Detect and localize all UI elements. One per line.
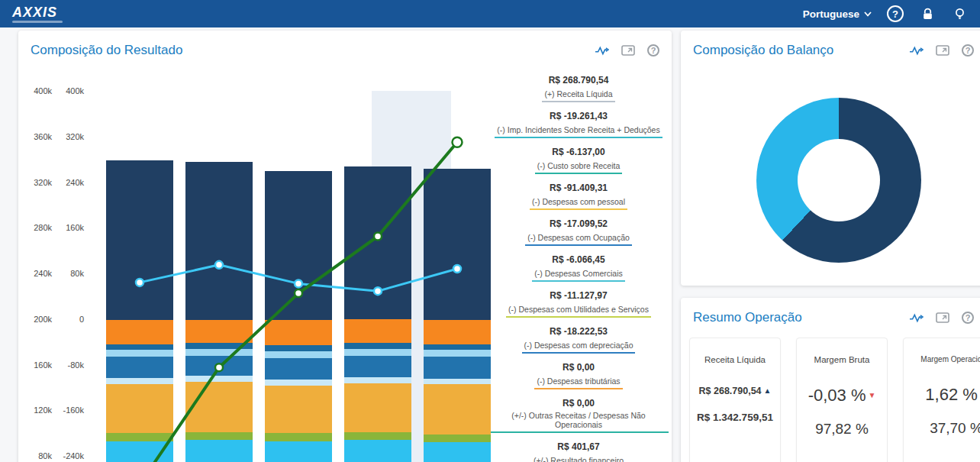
line-green-marker[interactable] [453, 137, 463, 147]
stacked-bar[interactable] [265, 171, 332, 462]
segment-navy[interactable] [424, 169, 491, 321]
segment-blue-dark[interactable] [265, 345, 332, 351]
segment-pale-blue[interactable] [265, 380, 332, 386]
segment-cyan-tail[interactable] [265, 451, 332, 462]
breakdown-item[interactable]: R$ 401,67(+/-) Resultado financeiro [488, 441, 669, 462]
segment-pale-blue[interactable] [344, 377, 411, 383]
breakdown-label: (-) Despesas com Ocupação [525, 231, 632, 246]
breakdown-item[interactable]: R$ -17.099,52(-) Despesas com Ocupação [488, 218, 669, 246]
segment-yellow[interactable] [106, 384, 173, 433]
breakdown-item[interactable]: R$ 0,00(-) Despesas tributárias [488, 362, 669, 389]
segment-cyan-tail[interactable] [185, 451, 253, 462]
segment-orange[interactable] [344, 319, 411, 343]
breakdown-item[interactable]: R$ -6.137,00(-) Custo sobre Receita [488, 147, 669, 174]
axxis-logo[interactable]: AXXIS [12, 5, 63, 23]
segment-blue-dark[interactable] [424, 344, 491, 351]
trend-analysis-icon[interactable] [595, 44, 609, 57]
segment-blue-light[interactable] [185, 349, 253, 356]
segment-pale-blue[interactable] [185, 376, 253, 382]
stacked-bar[interactable] [106, 160, 173, 462]
segment-green[interactable] [265, 433, 332, 441]
axis-left-tick: 360k [34, 132, 52, 141]
donut-chart[interactable] [756, 98, 921, 263]
language-selector[interactable]: Portuguese [803, 8, 872, 20]
segment-navy[interactable] [344, 166, 411, 319]
trend-analysis-icon[interactable] [910, 311, 924, 325]
stat-card: Margem Bruta-0,03 %▼97,82 % [796, 338, 888, 462]
breakdown-item[interactable]: R$ -6.066,45(-) Despesas Comerciais [488, 254, 669, 282]
segment-orange[interactable] [185, 320, 253, 343]
segment-blue-light[interactable] [265, 351, 332, 358]
segment-blue-dark[interactable] [106, 344, 173, 351]
breakdown-label: (+/-) Resultado financeiro [531, 454, 626, 462]
segment-blue[interactable] [185, 356, 253, 376]
breakdown-label: (-) Despesas com depreciação [522, 339, 636, 354]
segment-orange[interactable] [265, 320, 332, 345]
segment-yellow[interactable] [265, 386, 332, 434]
axis-left-tick: 320k [34, 178, 52, 187]
breakdown-value: R$ -11.127,97 [488, 290, 669, 302]
expand-icon[interactable] [936, 311, 949, 325]
breakdown-item[interactable]: R$ -91.409,31(-) Despesas com pessoal [488, 183, 669, 210]
segment-yellow[interactable] [424, 384, 491, 435]
language-label: Portuguese [803, 8, 859, 20]
segment-blue-dark[interactable] [344, 343, 411, 349]
segment-green[interactable] [344, 432, 411, 441]
question-icon: ? [892, 8, 898, 20]
help-button[interactable]: ? [887, 5, 904, 22]
segment-cyan-tail[interactable] [106, 451, 173, 462]
stacked-bar[interactable] [424, 169, 491, 462]
segment-orange[interactable] [106, 320, 173, 344]
trend-analysis-icon[interactable] [910, 44, 924, 57]
segment-blue[interactable] [265, 358, 332, 380]
segment-navy[interactable] [106, 160, 173, 320]
breakdown-item[interactable]: R$ -11.127,97(-) Despesas com Utilidades… [488, 290, 669, 318]
segment-blue-light[interactable] [344, 349, 411, 356]
axis-right-tick: 320k [66, 132, 84, 141]
segment-cyan[interactable] [185, 440, 253, 450]
breakdown-item[interactable]: R$ 0,00(+/-) Outras Receitas / Despesas … [488, 398, 669, 433]
trend-down-icon: ▼ [868, 392, 875, 399]
segment-blue-light[interactable] [106, 350, 173, 357]
lock-icon [921, 8, 934, 21]
segment-cyan[interactable] [106, 441, 173, 451]
lock-button[interactable] [919, 5, 936, 22]
segment-green[interactable] [106, 433, 173, 441]
stat-label: Margem Bruta [814, 355, 870, 364]
breakdown-item[interactable]: R$ -19.261,43(-) Imp. Incidentes Sobre R… [488, 111, 669, 138]
segment-blue[interactable] [344, 356, 411, 377]
stacked-bar[interactable] [185, 162, 253, 462]
segment-blue[interactable] [106, 357, 173, 378]
segment-cyan-tail[interactable] [344, 451, 411, 462]
breakdown-label: (+) Receita Líquida [542, 88, 614, 102]
segment-blue-dark[interactable] [185, 343, 253, 349]
expand-icon[interactable] [621, 44, 635, 57]
segment-yellow[interactable] [185, 382, 253, 432]
segment-cyan[interactable] [424, 442, 491, 452]
segment-navy[interactable] [265, 171, 332, 321]
segment-pale-blue[interactable] [106, 378, 173, 384]
segment-green[interactable] [424, 435, 491, 443]
breakdown-item[interactable]: R$ 268.790,54(+) Receita Líquida [488, 75, 669, 102]
segment-orange[interactable] [424, 320, 491, 344]
segment-cyan-tail[interactable] [424, 453, 491, 462]
card-help-icon[interactable]: ? [962, 44, 974, 57]
breakdown-label: (+/-) Outras Receitas / Despesas Não Ope… [488, 409, 669, 433]
tips-button[interactable] [951, 5, 968, 22]
stacked-bar[interactable] [344, 166, 411, 462]
breakdown-item[interactable]: R$ -18.222,53(-) Despesas com depreciaçã… [488, 326, 669, 354]
segment-blue-light[interactable] [424, 350, 491, 357]
segment-blue[interactable] [424, 357, 491, 378]
segment-green[interactable] [185, 432, 253, 441]
breakdown-value: R$ -6.137,00 [488, 147, 669, 158]
segment-pale-blue[interactable] [424, 379, 491, 385]
segment-cyan[interactable] [265, 441, 332, 451]
stat-label: Receita Líquida [704, 355, 766, 364]
card-help-icon[interactable]: ? [962, 312, 974, 324]
card-help-icon[interactable]: ? [647, 44, 659, 57]
segment-cyan[interactable] [344, 440, 411, 450]
question-icon: ? [965, 46, 971, 55]
segment-navy[interactable] [185, 162, 253, 321]
expand-icon[interactable] [936, 44, 949, 57]
segment-yellow[interactable] [344, 383, 411, 432]
